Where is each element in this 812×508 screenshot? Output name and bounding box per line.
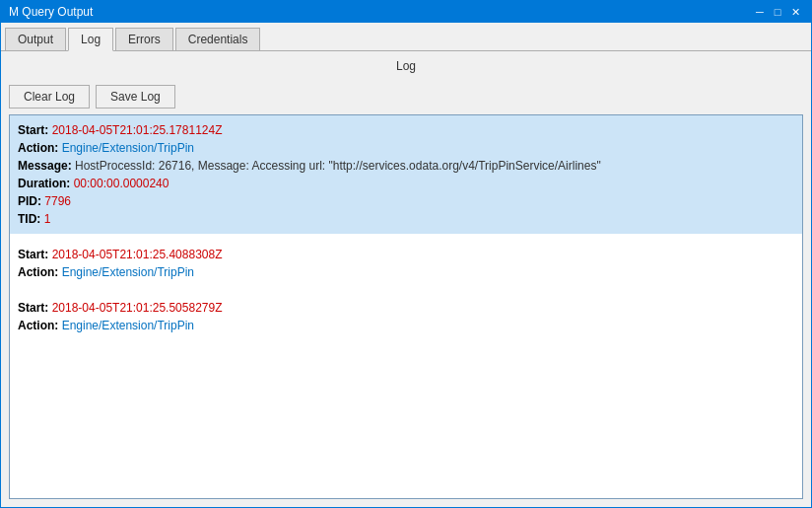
log-value-tid: 1 [44,212,51,226]
log-value-action: Engine/Extension/TripPin [62,141,194,155]
tab-credentials[interactable]: Credentials [175,28,261,50]
log-label: Message: [18,159,75,173]
log-field-start: Start: 2018-04-05T21:01:25.4088308Z [18,246,794,263]
tab-log[interactable]: Log [68,28,113,51]
clear-log-button[interactable]: Clear Log [9,85,90,109]
log-field-start: Start: 2018-04-05T21:01:25.5058279Z [18,299,794,317]
toolbar: Clear Log Save Log [1,79,811,114]
log-field-action: Action: Engine/Extension/TripPin [18,317,794,334]
log-label: Start: [18,301,52,315]
tab-output[interactable]: Output [5,28,66,50]
save-log-button[interactable]: Save Log [96,85,175,109]
minimize-button[interactable]: ─ [752,4,768,20]
main-window: M Query Output ─ □ ✕ Output Log Errors C… [0,0,812,508]
log-value-duration: 00:00:00.0000240 [74,177,169,190]
log-entry: Start: 2018-04-05T21:01:25.4088308ZActio… [10,240,802,287]
log-field-message: Message: HostProcessId: 26716, Message: … [18,157,794,175]
title-bar: M Query Output ─ □ ✕ [1,1,811,23]
log-value-start: 2018-04-05T21:01:25.4088308Z [52,248,223,261]
log-entry: Start: 2018-04-05T21:01:25.1781124ZActio… [10,115,802,234]
log-field-pid: PID: 7796 [18,192,794,210]
tab-errors[interactable]: Errors [115,28,173,50]
page-title: Log [1,51,811,79]
log-label: TID: [18,212,44,226]
log-field-tid: TID: 1 [18,210,794,228]
tab-bar: Output Log Errors Credentials [1,23,811,51]
log-value-action: Engine/Extension/TripPin [62,265,194,279]
log-value-start: 2018-04-05T21:01:25.1781124Z [52,123,223,137]
log-value-message: HostProcessId: 26716, Message: Accessing… [75,159,601,173]
log-field-action: Action: Engine/Extension/TripPin [18,263,794,281]
content-area: Log Clear Log Save Log Start: 2018-04-05… [1,51,811,507]
log-label: PID: [18,194,44,208]
log-field-duration: Duration: 00:00:00.0000240 [18,175,794,192]
log-value-action: Engine/Extension/TripPin [62,319,194,332]
title-bar-controls: ─ □ ✕ [752,4,803,20]
log-label: Start: [18,248,52,261]
close-button[interactable]: ✕ [787,4,803,20]
log-value-start: 2018-04-05T21:01:25.5058279Z [52,301,223,315]
log-label: Action: [18,319,62,332]
log-label: Duration: [18,177,74,190]
log-label: Action: [18,265,62,279]
log-field-start: Start: 2018-04-05T21:01:25.1781124Z [18,121,794,139]
log-value-pid: 7796 [44,194,71,208]
log-label: Start: [18,123,52,137]
maximize-button[interactable]: □ [770,4,785,20]
log-container[interactable]: Start: 2018-04-05T21:01:25.1781124ZActio… [9,114,803,499]
log-label: Action: [18,141,62,155]
window-title: M Query Output [9,5,93,19]
log-field-action: Action: Engine/Extension/TripPin [18,139,794,157]
log-entry: Start: 2018-04-05T21:01:25.5058279ZActio… [10,293,802,340]
